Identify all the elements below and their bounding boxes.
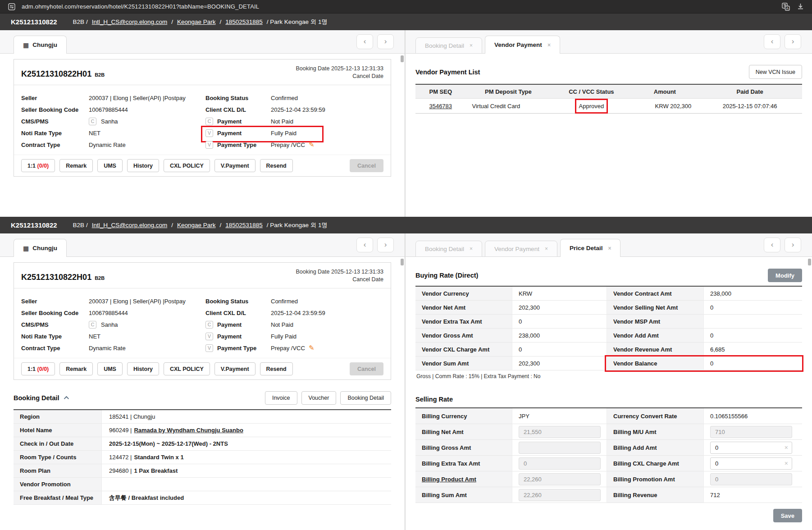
selling-rate-title: Selling Rate <box>415 396 802 403</box>
booking-detail-title: Booking Detail <box>14 394 59 402</box>
field-noti-rate-type: Noti Rate Type NET <box>21 333 205 340</box>
scrollbar-thumb[interactable] <box>401 55 404 62</box>
close-icon[interactable]: × <box>470 246 473 252</box>
chevron-left-icon: ‹ <box>364 37 366 46</box>
pane-nav: ‹ › <box>356 34 394 49</box>
voucher-button[interactable]: Voucher <box>301 391 337 405</box>
tab-vendor-payment[interactable]: Vendor Payment × <box>485 241 557 257</box>
billing-cxl-charge-input[interactable] <box>710 457 792 470</box>
b2b-badge: B2B <box>95 72 105 78</box>
collapse-icon[interactable] <box>64 396 68 401</box>
one-to-one-button[interactable]: 1:1 (0/0) <box>21 362 55 375</box>
history-button[interactable]: History <box>127 159 159 172</box>
tab-booking-detail[interactable]: Booking Detail × <box>415 241 482 257</box>
prev-button[interactable]: ‹ <box>356 238 373 252</box>
phone-link[interactable]: 18502531885 <box>225 18 263 25</box>
chevron-left-icon: ‹ <box>364 240 366 249</box>
site-settings-icon[interactable] <box>7 2 16 11</box>
field-client-cxl: Client CXL D/L 2025-12-04 23:59:59 <box>205 309 383 316</box>
booking-detail-button[interactable]: Booking Detail <box>340 391 391 405</box>
vendor-payment-pane: Booking Detail × Vendor Payment × ‹ › Ve… <box>405 30 812 217</box>
resend-button[interactable]: Resend <box>260 159 293 172</box>
edit-icon[interactable]: ✎ <box>309 344 315 352</box>
inquiry-count: (0/0) <box>37 163 49 169</box>
new-vcn-issue-button[interactable]: New VCN Issue <box>749 65 802 79</box>
remark-button[interactable]: Remark <box>59 362 93 375</box>
channel-label: B2B / <box>73 222 88 228</box>
billing-product-amt-link[interactable]: Billing Product Amt <box>422 476 476 483</box>
tab-price-detail[interactable]: Price Detail × <box>560 239 621 257</box>
cxl-policy-button[interactable]: CXL POLICY <box>164 362 210 375</box>
translate-icon[interactable]: A <box>781 2 790 11</box>
field-v-payment-highlighted: V Payment Fully Paid <box>205 129 383 137</box>
field-payment-type: V Payment Type Prepay /VCC ✎ <box>205 141 383 148</box>
url-text[interactable]: adm.ohmyhotel.com/reservation/hotel/K251… <box>22 3 259 10</box>
card-dates: Booking Date 2025-12-13 12:31:33 Cancel … <box>296 268 383 283</box>
remark-button[interactable]: Remark <box>59 159 93 172</box>
seller-email-link[interactable]: Intl_H_CS@corp.elong.com <box>92 222 168 228</box>
tab-chungju[interactable]: ▦ Chungju <box>14 239 67 257</box>
ums-button[interactable]: UMS <box>97 159 123 172</box>
download-icon[interactable] <box>796 2 805 11</box>
separator: / <box>220 18 222 25</box>
next-button[interactable]: › <box>785 34 801 49</box>
col-amount: Amount <box>632 88 698 95</box>
clear-icon[interactable]: × <box>785 444 788 451</box>
resend-button[interactable]: Resend <box>260 362 293 375</box>
card-dates: Booking Date 2025-12-13 12:31:33 Cancel … <box>296 65 383 80</box>
cancel-button-disabled: Cancel <box>350 159 383 172</box>
hotel-name-link[interactable]: Ramada by Wyndham Chungju Suanbo <box>134 427 243 434</box>
table-row: Billing Net Amt Billing M/U Amt <box>415 424 802 440</box>
prev-button[interactable]: ‹ <box>764 34 780 49</box>
close-icon[interactable]: × <box>608 245 611 251</box>
invoice-button[interactable]: Invoice <box>265 391 297 405</box>
close-icon[interactable]: × <box>547 42 551 48</box>
scrollbar-thumb[interactable] <box>808 259 811 265</box>
booking-header-top: K25121310822 B2B / Intl_H_CS@corp.elong.… <box>0 14 812 30</box>
tab-booking-detail[interactable]: Booking Detail × <box>415 37 482 54</box>
billing-mu-input <box>710 426 792 438</box>
ums-button[interactable]: UMS <box>97 362 123 375</box>
modify-button[interactable]: Modify <box>768 269 802 282</box>
col-pm-seq: PM SEQ <box>415 88 466 95</box>
pm-seq-link[interactable]: 3546783 <box>429 103 452 110</box>
v-payment-button[interactable]: V.Payment <box>214 159 255 172</box>
table-row: Billing Sum Amt Billing Revenue 712 <box>415 487 802 503</box>
seller-email-link[interactable]: Intl_H_CS@corp.elong.com <box>92 18 168 25</box>
next-button[interactable]: › <box>377 34 394 49</box>
next-button[interactable]: › <box>377 238 394 252</box>
amount-cell: KRW 202,300 <box>632 103 698 110</box>
edit-icon[interactable]: ✎ <box>309 141 315 149</box>
field-c-payment: C Payment Not Paid <box>205 118 383 125</box>
price-detail-pane: Booking Detail × Vendor Payment × Price … <box>405 233 812 530</box>
card-header: K25121310822H01 B2B Booking Date 2025-12… <box>14 263 391 288</box>
field-noti-rate-type: Noti Rate Type NET <box>21 129 205 137</box>
one-to-one-button[interactable]: 1:1 (0/0) <box>21 159 55 172</box>
row-room-plan: Room Plan 294680 |1 Pax Breakfast <box>14 464 391 478</box>
save-button[interactable]: Save <box>773 509 802 522</box>
clear-icon[interactable]: × <box>785 460 788 466</box>
card-fields: Seller 200037 | Elong | Seller(API) |Pos… <box>14 288 391 358</box>
v-payment-button[interactable]: V.Payment <box>214 362 255 375</box>
right-tabstrip: Booking Detail × Vendor Payment × Price … <box>406 233 812 257</box>
prev-button[interactable]: ‹ <box>356 34 373 49</box>
field-seller-booking-code: Seller Booking Code 100679885444 <box>21 106 205 113</box>
row-meal-type: Free Breakfast / Meal Type 含早餐 / Breakfa… <box>14 491 391 505</box>
tab-vendor-payment[interactable]: Vendor Payment × <box>485 36 560 54</box>
history-button[interactable]: History <box>127 362 159 375</box>
v-badge: V <box>205 333 213 340</box>
phone-link[interactable]: 18502531885 <box>225 222 263 228</box>
prev-button[interactable]: ‹ <box>764 238 780 252</box>
contact-name-link[interactable]: Keongae Park <box>177 18 216 25</box>
cxl-policy-button[interactable]: CXL POLICY <box>164 159 210 172</box>
table-row: Vendor Currency KRW Vendor Contract Amt … <box>415 287 802 301</box>
row-hotel-name: Hotel Name 960249 |Ramada by Wyndham Chu… <box>14 424 391 437</box>
contact-name-link[interactable]: Keongae Park <box>177 222 216 228</box>
scrollbar-thumb[interactable] <box>401 259 404 265</box>
tab-chungju[interactable]: ▦ Chungju <box>14 36 67 54</box>
close-icon[interactable]: × <box>545 246 548 252</box>
next-button[interactable]: › <box>785 238 801 252</box>
close-icon[interactable]: × <box>470 42 473 49</box>
billing-add-input[interactable] <box>710 442 792 454</box>
hotel-icon: ▦ <box>23 245 29 252</box>
